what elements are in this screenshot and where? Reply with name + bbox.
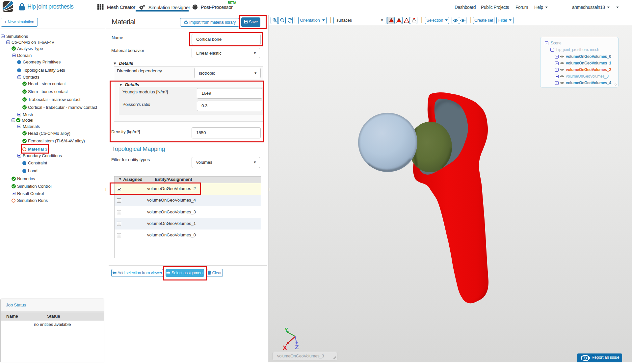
svg-text:X: X [283,344,287,351]
svg-text:Z: Z [295,344,299,351]
svg-text:Y: Y [284,327,288,333]
